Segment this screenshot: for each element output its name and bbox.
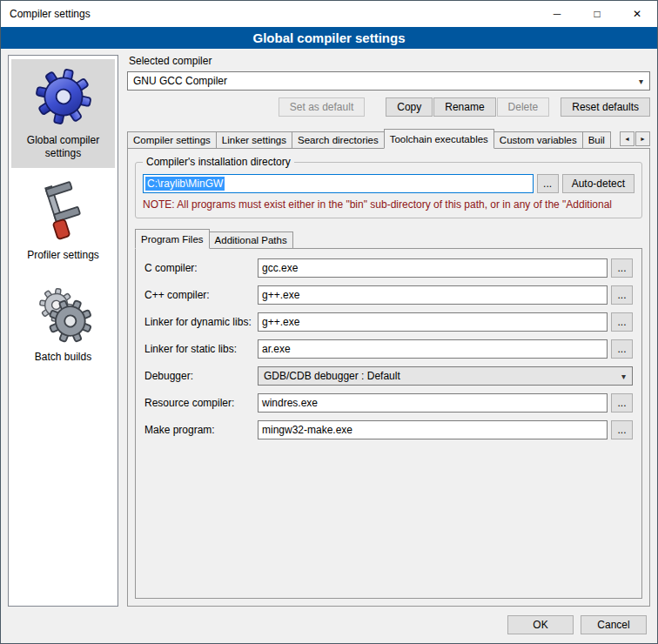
chevron-down-icon: ▾: [639, 77, 643, 86]
browse-static-linker-button[interactable]: ...: [611, 339, 633, 359]
field-label: Linker for static libs:: [144, 343, 258, 355]
sidebar-item-global-compiler-settings[interactable]: Global compiler settings: [11, 59, 115, 168]
field-label: C compiler:: [144, 262, 258, 274]
minimize-button[interactable]: ─: [537, 1, 577, 27]
tab-scroll-left-button[interactable]: ◄: [620, 131, 634, 146]
tab-search-directories[interactable]: Search directories: [292, 131, 385, 149]
field-label: Resource compiler:: [144, 397, 258, 409]
browse-dynamic-linker-button[interactable]: ...: [611, 312, 633, 332]
arrow-right-icon: ►: [640, 136, 646, 142]
set-as-default-button[interactable]: Set as default: [279, 97, 365, 117]
field-row-static-linker: Linker for static libs: ar.exe ...: [144, 339, 633, 359]
sidebar-item-label: Profiler settings: [27, 249, 99, 262]
dialog-body: Global compiler settings Profiler settin…: [1, 49, 657, 607]
field-value: gcc.exe: [262, 262, 298, 274]
program-files-panel: C compiler: gcc.exe ... C++ compiler: g+…: [135, 248, 642, 599]
window-controls: ─ □ ✕: [537, 1, 657, 27]
c-compiler-input[interactable]: gcc.exe: [258, 258, 608, 278]
ok-button[interactable]: OK: [507, 615, 574, 634]
field-row-dynamic-linker: Linker for dynamic libs: g++.exe ...: [144, 312, 633, 332]
sidebar-item-profiler-settings[interactable]: Profiler settings: [11, 174, 115, 270]
program-files-tabstrip: Program Files Additional Paths: [135, 229, 642, 249]
program-files-tabs: Program Files Additional Paths: [135, 229, 642, 249]
bin-subdirectory-note: NOTE: All programs must exist either in …: [143, 198, 634, 211]
browse-c-compiler-button[interactable]: ...: [611, 258, 633, 278]
dialog-footer: OK Cancel: [1, 607, 657, 643]
tab-program-files[interactable]: Program Files: [135, 229, 210, 249]
clamp-icon: [32, 180, 95, 243]
selected-compiler-select[interactable]: GNU GCC Compiler ▾: [127, 71, 650, 91]
installation-directory-group-title: Compiler's installation directory: [143, 156, 294, 168]
maximize-icon: □: [594, 8, 600, 20]
field-row-make-program: Make program: mingw32-make.exe ...: [144, 420, 633, 439]
compiler-buttons-row: Set as default Copy Rename Delete Reset …: [127, 97, 650, 117]
installation-directory-input[interactable]: C:\raylib\MinGW: [143, 174, 534, 193]
toolchain-executables-panel: Compiler's installation directory C:\ray…: [127, 148, 650, 607]
field-row-cpp-compiler: C++ compiler: g++.exe ...: [144, 285, 633, 305]
field-value: ar.exe: [262, 343, 291, 355]
browse-directory-button[interactable]: ...: [537, 174, 559, 193]
field-row-debugger: Debugger: GDB/CDB debugger : Default ▾: [144, 366, 633, 386]
tab-scroll-arrows: ◄ ►: [618, 131, 650, 146]
window-title: Compiler settings: [1, 8, 91, 20]
dynamic-linker-input[interactable]: g++.exe: [258, 312, 608, 332]
reset-defaults-button[interactable]: Reset defaults: [561, 97, 650, 117]
rename-button[interactable]: Rename: [433, 97, 495, 117]
static-linker-input[interactable]: ar.exe: [258, 339, 608, 359]
field-row-c-compiler: C compiler: gcc.exe ...: [144, 258, 633, 278]
minimize-icon: ─: [554, 8, 561, 20]
tab-additional-paths[interactable]: Additional Paths: [209, 231, 293, 249]
copy-button[interactable]: Copy: [386, 97, 433, 117]
field-value: g++.exe: [262, 289, 299, 301]
blue-gear-icon: [32, 65, 95, 128]
cancel-button[interactable]: Cancel: [581, 615, 647, 634]
selected-compiler-value: GNU GCC Compiler: [133, 75, 634, 87]
make-program-input[interactable]: mingw32-make.exe: [258, 420, 608, 439]
tab-scroll-right-button[interactable]: ►: [635, 131, 650, 146]
gray-gears-icon: [32, 282, 95, 345]
field-label: Make program:: [144, 424, 258, 436]
chevron-down-icon: ▾: [621, 372, 626, 381]
cpp-compiler-input[interactable]: g++.exe: [258, 285, 608, 305]
sidebar-item-batch-builds[interactable]: Batch builds: [11, 276, 115, 372]
resource-compiler-input[interactable]: windres.exe: [258, 393, 608, 413]
installation-directory-groupbox: Compiler's installation directory C:\ray…: [135, 162, 642, 218]
tab-build-clipped[interactable]: Buil: [582, 131, 611, 149]
tab-compiler-settings[interactable]: Compiler settings: [127, 131, 217, 149]
close-icon: ✕: [633, 8, 641, 20]
browse-make-program-button[interactable]: ...: [611, 420, 633, 439]
settings-tabstrip: Compiler settings Linker settings Search…: [127, 129, 650, 149]
titlebar[interactable]: Compiler settings ─ □ ✕: [1, 1, 657, 27]
browse-resource-compiler-button[interactable]: ...: [611, 393, 633, 413]
field-value: mingw32-make.exe: [262, 424, 352, 436]
tab-linker-settings[interactable]: Linker settings: [216, 131, 292, 149]
compiler-settings-window: Compiler settings ─ □ ✕ Global compiler …: [0, 0, 658, 644]
arrow-left-icon: ◄: [624, 136, 630, 142]
sidebar-item-label: Global compiler settings: [13, 134, 113, 160]
field-row-resource-compiler: Resource compiler: windres.exe ...: [144, 393, 633, 413]
dialog-header: Global compiler settings: [1, 27, 657, 49]
field-value: GDB/CDB debugger : Default: [264, 370, 400, 382]
field-label: Debugger:: [144, 370, 258, 382]
settings-category-sidebar: Global compiler settings Profiler settin…: [8, 55, 118, 607]
sidebar-item-label: Batch builds: [35, 351, 91, 364]
tab-custom-variables[interactable]: Custom variables: [494, 131, 583, 149]
debugger-select[interactable]: GDB/CDB debugger : Default ▾: [258, 366, 633, 386]
delete-button[interactable]: Delete: [497, 97, 550, 117]
maximize-button[interactable]: □: [577, 1, 617, 27]
field-value: windres.exe: [262, 397, 318, 409]
main-content: Selected compiler GNU GCC Compiler ▾ Set…: [127, 55, 650, 607]
field-label: C++ compiler:: [144, 289, 258, 301]
installation-directory-value: C:\raylib\MinGW: [145, 177, 225, 191]
auto-detect-button[interactable]: Auto-detect: [562, 174, 634, 193]
settings-tabs: Compiler settings Linker settings Search…: [127, 129, 650, 149]
selected-compiler-label: Selected compiler: [129, 55, 650, 67]
tab-toolchain-executables[interactable]: Toolchain executables: [384, 129, 494, 149]
field-label: Linker for dynamic libs:: [144, 316, 258, 328]
installation-directory-row: C:\raylib\MinGW ... Auto-detect: [143, 174, 634, 193]
browse-cpp-compiler-button[interactable]: ...: [611, 285, 633, 305]
field-value: g++.exe: [262, 316, 299, 328]
close-button[interactable]: ✕: [617, 1, 657, 27]
